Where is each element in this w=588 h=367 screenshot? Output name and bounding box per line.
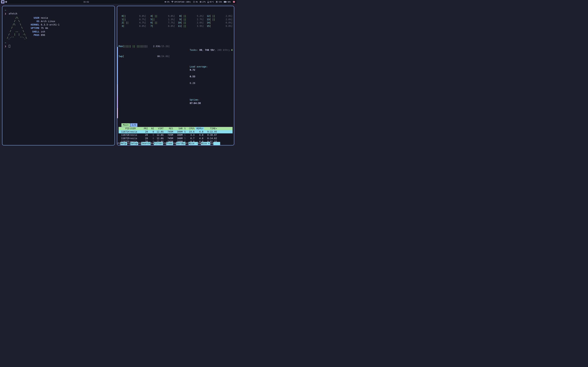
sysinfo-key: KERNEL [29, 23, 39, 26]
col-res[interactable]: RES [164, 127, 174, 130]
sysinfo-key: UPTIME [29, 26, 39, 30]
function-keys[interactable]: F1Help F2Setup F3SearchF4FilterF5Tree F6… [117, 142, 234, 145]
process-row[interactable]: 116728nezia20012.8G745M300MS3.34.80:38.0… [119, 133, 233, 137]
cpu-meter: 3[ 0.0%] [119, 25, 146, 28]
ascii-art: /\ / \ /\ \ / \ / ,, \ / | | -\ /_-'' ''… [5, 16, 27, 39]
fkey-f6[interactable]: F6SortBy [173, 142, 185, 145]
sysinfo-key: OS [29, 19, 39, 23]
svg-rect-24 [224, 1, 226, 2]
cpu-meter: 8[ || 5.2%] [176, 14, 204, 18]
prompt-cwd: ~ [5, 42, 6, 44]
temperature-indicator[interactable]: 45°C [208, 1, 214, 3]
wifi-icon [171, 1, 173, 3]
svg-point-27 [234, 2, 234, 2]
tray-discord[interactable] [233, 1, 235, 3]
svg-point-6 [172, 2, 173, 3]
prompt-char: ❯ [5, 45, 6, 48]
tab-io[interactable]: I/O [130, 123, 138, 127]
svg-rect-25 [226, 1, 227, 2]
col-s[interactable]: S [183, 127, 186, 130]
cpu-meter: 6[ || 7.7%] [147, 21, 175, 25]
sysinfo-key: SHELL [29, 30, 39, 33]
svg-line-19 [216, 1, 216, 1]
cpu-meter: 15[ 0.0%] [205, 25, 233, 28]
sysinfo-value: 7h 4m [39, 27, 48, 29]
mem-meter: Mem [||||| || |||||||| 2.93G/15.2G] [119, 45, 170, 48]
cpu-meter: 4[ || 9.6%] [147, 14, 175, 18]
sysinfo-value: 6.3.5-arch1-1 [39, 23, 59, 26]
battery-indicator[interactable]: 98% [224, 1, 231, 3]
col-cpu[interactable]: CPU% [186, 127, 195, 130]
load-line: Load average: 0.72 0.53 0.28 [173, 62, 233, 88]
col-pri[interactable]: PRI [141, 127, 148, 130]
prompt-char: ❯ [5, 12, 6, 15]
cpu-meter: 5[| 1.3%] [147, 18, 175, 21]
cpu-meter: 12[ || 2.0%] [205, 14, 233, 18]
clock: 15:52 [83, 1, 89, 3]
disk-value: 27% [202, 1, 206, 3]
workspace-circle-icon[interactable] [4, 0, 8, 3]
cpu-meter: 11[ || 3.9%] [176, 25, 204, 28]
svg-line-22 [217, 1, 218, 1]
svg-point-8 [194, 2, 194, 2]
system-load-indicator[interactable]: 4% [193, 1, 198, 3]
fkey-f4[interactable]: F4Filter [151, 142, 163, 145]
swap-meter: Swp [ 0K/24.0G] [119, 55, 170, 58]
fkey-f2[interactable]: F2Setup [127, 142, 138, 145]
fkey-f8[interactable]: F8Nice + [198, 142, 210, 145]
col-user[interactable]: USER [130, 127, 141, 130]
col-virt[interactable]: VIRT [155, 127, 164, 130]
sysinfo-key: PKGS [29, 33, 39, 37]
uptime-line: Uptime: 07:04:38 [173, 95, 233, 108]
terminal-htop[interactable]: 0[| 9.0%]4[ || 9.6%]8[ || 5.2%]12[ || 2.… [117, 6, 234, 145]
battery-icon [224, 1, 227, 3]
brightness-indicator[interactable]: 53% [216, 1, 222, 3]
disk-indicator[interactable]: 27% [199, 1, 206, 3]
cpu-meter: 13[ || 2.6%] [205, 18, 233, 21]
scroll-indicator [117, 47, 118, 118]
fkey-f7[interactable]: F7Nice - [185, 142, 198, 145]
sysinfo-value: Arch Linux [39, 20, 55, 23]
htop-tabs[interactable]: Main I/O [121, 123, 233, 127]
sysinfo-value: zsh [39, 30, 45, 33]
workspace-terminal-icon[interactable] [1, 0, 4, 3]
process-row[interactable]: 116724nezia20012.8G745M300MS19.64.89:22.… [119, 130, 233, 133]
typed-command: afetch [9, 12, 17, 15]
fkey-f9[interactable]: F9 [210, 142, 220, 145]
fkey-f1[interactable]: F1Help [117, 142, 127, 145]
svg-point-26 [233, 2, 233, 2]
svg-point-3 [6, 1, 7, 2]
afetch-output: /\ / \ /\ \ / \ / ,, \ / | | -\ /_-'' ''… [5, 16, 112, 39]
sysinfo-table: USER nezia OS Arch Linux KERNEL 6.3.5-ar… [29, 16, 59, 39]
disk-icon [199, 1, 202, 3]
volume-indicator[interactable]: 0% [164, 1, 169, 3]
volume-mute-icon [164, 1, 167, 3]
col-shr[interactable]: SHR [174, 127, 183, 130]
cpu-meters: 0[| 9.0%]4[ || 9.6%]8[ || 5.2%]12[ || 2.… [119, 14, 233, 28]
process-row[interactable]: 116729nezia20012.8G745M300MS0.74.80:14.6… [119, 137, 233, 140]
prompt-command-line: ❯ afetch [5, 12, 112, 15]
tab-main[interactable]: Main [121, 123, 130, 127]
prompt-input-line[interactable]: ❯ [5, 44, 112, 48]
fkey-f5[interactable]: F5Tree [163, 142, 173, 145]
col-mem[interactable]: MEM%▽ [195, 127, 204, 130]
col-ni[interactable]: NI [148, 127, 155, 130]
cursor [9, 45, 10, 48]
cpu-meter: 9[ || 2.7%] [176, 18, 204, 21]
terminal-left[interactable]: ~ ❯ afetch /\ / \ /\ \ / \ / ,, \ / | | … [2, 6, 115, 145]
fkey-f3[interactable]: F3Search [138, 142, 151, 145]
sysinfo-key: USER [29, 16, 39, 19]
col-pid[interactable]: PID [120, 127, 130, 130]
wifi-indicator[interactable]: UPC59F3A0 (88%) [171, 1, 191, 3]
col-time[interactable]: TIME+ [204, 127, 218, 130]
svg-rect-12 [208, 1, 208, 2]
sysinfo-value: nezia [39, 17, 48, 19]
tasks-line: Tasks: 80, 746 thr, 249 kthr; 4 [173, 45, 233, 55]
workspaces[interactable] [1, 0, 8, 3]
battery-value: 98% [227, 1, 231, 3]
process-header[interactable]: PID USER PRI NI VIRT RES SHR S CPU% MEM%… [119, 127, 233, 130]
htop-meters: 0[| 9.0%]4[ || 9.6%]8[ || 5.2%]12[ || 2.… [119, 8, 233, 121]
cpu-meter: 10[ || 2.6%] [176, 21, 204, 25]
prompt-line-2: ~ [5, 41, 112, 44]
thermometer-icon [208, 1, 209, 3]
